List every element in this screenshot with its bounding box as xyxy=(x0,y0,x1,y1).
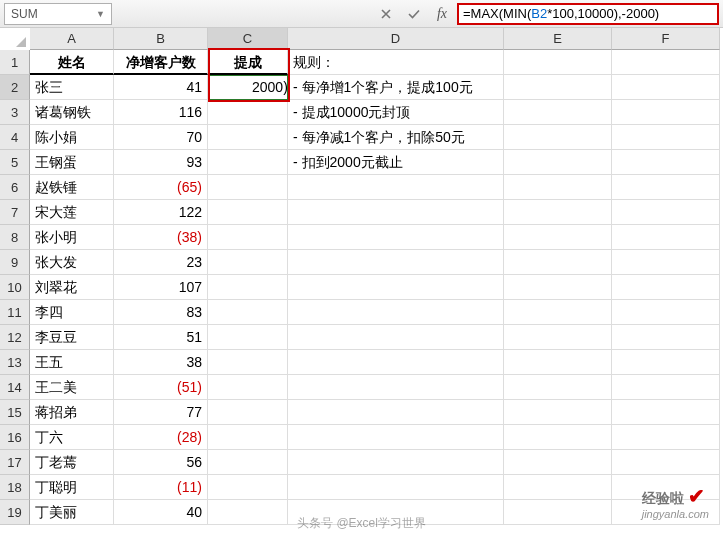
cell-bonus-6[interactable] xyxy=(208,175,288,200)
cell-net-2[interactable]: 41 xyxy=(114,75,208,100)
row-header-10[interactable]: 10 xyxy=(0,275,30,300)
cell-rule-7[interactable] xyxy=(288,200,504,225)
cell-rule-10[interactable] xyxy=(288,275,504,300)
cell-f1[interactable] xyxy=(612,50,720,75)
fx-icon[interactable]: fx xyxy=(429,6,455,22)
cell-name-4[interactable]: 陈小娟 xyxy=(30,125,114,150)
cell-name-17[interactable]: 丁老蔫 xyxy=(30,450,114,475)
cell-bonus-16[interactable] xyxy=(208,425,288,450)
cell-name-16[interactable]: 丁六 xyxy=(30,425,114,450)
header-bonus[interactable]: 提成 xyxy=(208,50,288,75)
cell-net-18[interactable]: (11) xyxy=(114,475,208,500)
cell-f11[interactable] xyxy=(612,300,720,325)
header-net[interactable]: 净增客户数 xyxy=(114,50,208,75)
cell-f12[interactable] xyxy=(612,325,720,350)
row-header-17[interactable]: 17 xyxy=(0,450,30,475)
cell-e6[interactable] xyxy=(504,175,612,200)
cell-net-15[interactable]: 77 xyxy=(114,400,208,425)
cell-bonus-2[interactable] xyxy=(208,75,288,100)
cell-rule-2[interactable]: - 每净增1个客户，提成100元 xyxy=(288,75,504,100)
cell-name-15[interactable]: 蒋招弟 xyxy=(30,400,114,425)
cell-bonus-8[interactable] xyxy=(208,225,288,250)
cell-net-6[interactable]: (65) xyxy=(114,175,208,200)
cell-bonus-19[interactable] xyxy=(208,500,288,525)
cell-bonus-13[interactable] xyxy=(208,350,288,375)
cell-e4[interactable] xyxy=(504,125,612,150)
cell-net-10[interactable]: 107 xyxy=(114,275,208,300)
cell-e17[interactable] xyxy=(504,450,612,475)
cell-rule-12[interactable] xyxy=(288,325,504,350)
cell-f15[interactable] xyxy=(612,400,720,425)
cell-bonus-15[interactable] xyxy=(208,400,288,425)
cell-net-3[interactable]: 116 xyxy=(114,100,208,125)
cell-e16[interactable] xyxy=(504,425,612,450)
cell-rule-14[interactable] xyxy=(288,375,504,400)
cell-f2[interactable] xyxy=(612,75,720,100)
col-header-B[interactable]: B xyxy=(114,28,208,50)
cell-e1[interactable] xyxy=(504,50,612,75)
formula-bar[interactable]: =MAX(MIN(B2*100,10000),-2000) xyxy=(457,3,719,25)
row-header-2[interactable]: 2 xyxy=(0,75,30,100)
name-box-dropdown-icon[interactable]: ▼ xyxy=(96,9,105,19)
cell-e7[interactable] xyxy=(504,200,612,225)
cell-bonus-4[interactable] xyxy=(208,125,288,150)
col-header-E[interactable]: E xyxy=(504,28,612,50)
cell-net-14[interactable]: (51) xyxy=(114,375,208,400)
cell-rule-11[interactable] xyxy=(288,300,504,325)
cell-net-12[interactable]: 51 xyxy=(114,325,208,350)
cell-rule-4[interactable]: - 每净减1个客户，扣除50元 xyxy=(288,125,504,150)
cell-f6[interactable] xyxy=(612,175,720,200)
name-box[interactable]: SUM ▼ xyxy=(4,3,112,25)
row-header-1[interactable]: 1 xyxy=(0,50,30,75)
row-header-13[interactable]: 13 xyxy=(0,350,30,375)
cell-e2[interactable] xyxy=(504,75,612,100)
row-header-7[interactable]: 7 xyxy=(0,200,30,225)
cell-e9[interactable] xyxy=(504,250,612,275)
cell-net-17[interactable]: 56 xyxy=(114,450,208,475)
cell-rule-17[interactable] xyxy=(288,450,504,475)
row-header-3[interactable]: 3 xyxy=(0,100,30,125)
cell-bonus-11[interactable] xyxy=(208,300,288,325)
cell-e10[interactable] xyxy=(504,275,612,300)
cell-name-13[interactable]: 王五 xyxy=(30,350,114,375)
cell-name-6[interactable]: 赵铁锤 xyxy=(30,175,114,200)
cell-e8[interactable] xyxy=(504,225,612,250)
cell-net-16[interactable]: (28) xyxy=(114,425,208,450)
cell-rule-5[interactable]: - 扣到2000元截止 xyxy=(288,150,504,175)
cell-bonus-10[interactable] xyxy=(208,275,288,300)
cell-name-11[interactable]: 李四 xyxy=(30,300,114,325)
spreadsheet-grid[interactable]: A B C D E F 1234567891011121314151617181… xyxy=(0,28,723,525)
cell-e5[interactable] xyxy=(504,150,612,175)
row-header-4[interactable]: 4 xyxy=(0,125,30,150)
cell-net-13[interactable]: 38 xyxy=(114,350,208,375)
cell-name-8[interactable]: 张小明 xyxy=(30,225,114,250)
cell-e11[interactable] xyxy=(504,300,612,325)
row-header-12[interactable]: 12 xyxy=(0,325,30,350)
cell-rule-16[interactable] xyxy=(288,425,504,450)
select-all-corner[interactable] xyxy=(0,28,30,50)
cell-f14[interactable] xyxy=(612,375,720,400)
header-name[interactable]: 姓名 xyxy=(30,50,114,75)
cell-net-9[interactable]: 23 xyxy=(114,250,208,275)
row-header-14[interactable]: 14 xyxy=(0,375,30,400)
cell-e13[interactable] xyxy=(504,350,612,375)
cell-rule-18[interactable] xyxy=(288,475,504,500)
accept-formula-icon[interactable] xyxy=(401,3,427,25)
cell-bonus-7[interactable] xyxy=(208,200,288,225)
row-header-5[interactable]: 5 xyxy=(0,150,30,175)
row-header-11[interactable]: 11 xyxy=(0,300,30,325)
cell-rule-13[interactable] xyxy=(288,350,504,375)
cell-rule-8[interactable] xyxy=(288,225,504,250)
cell-bonus-12[interactable] xyxy=(208,325,288,350)
row-header-18[interactable]: 18 xyxy=(0,475,30,500)
cell-name-5[interactable]: 王钢蛋 xyxy=(30,150,114,175)
row-header-8[interactable]: 8 xyxy=(0,225,30,250)
cell-e15[interactable] xyxy=(504,400,612,425)
cell-bonus-3[interactable] xyxy=(208,100,288,125)
cell-e18[interactable] xyxy=(504,475,612,500)
cell-f16[interactable] xyxy=(612,425,720,450)
cell-f13[interactable] xyxy=(612,350,720,375)
cell-name-19[interactable]: 丁美丽 xyxy=(30,500,114,525)
cell-net-4[interactable]: 70 xyxy=(114,125,208,150)
cell-bonus-18[interactable] xyxy=(208,475,288,500)
